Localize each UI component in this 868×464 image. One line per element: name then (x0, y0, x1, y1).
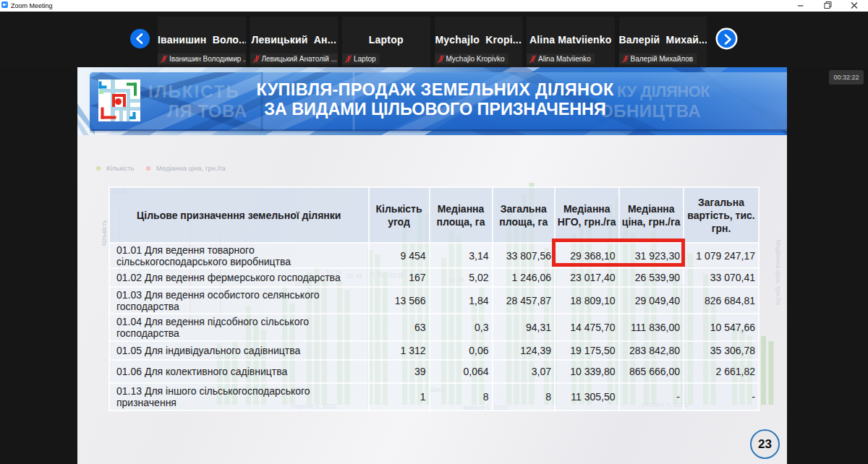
svg-text:Медіанна ціна, грн./га: Медіанна ціна, грн./га (775, 240, 782, 306)
svg-text:Кількість: Кількість (101, 219, 108, 246)
